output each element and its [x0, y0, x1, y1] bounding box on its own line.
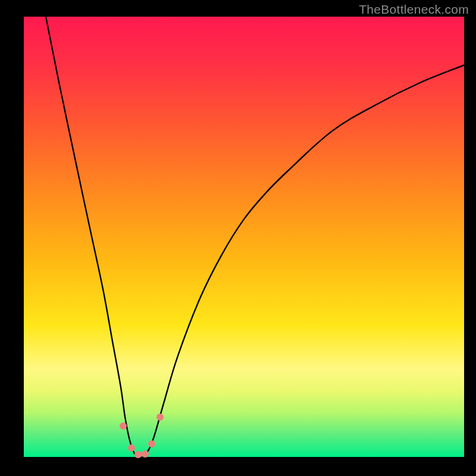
curve-marker: [148, 440, 155, 447]
chart-frame: TheBottleneck.com: [0, 0, 476, 476]
bottleneck-curve: [24, 17, 464, 457]
chart-plot-area: [24, 17, 464, 457]
curve-marker: [120, 422, 127, 430]
watermark-text: TheBottleneck.com: [359, 2, 469, 17]
curve-marker: [134, 451, 142, 458]
curve-marker: [142, 450, 149, 458]
